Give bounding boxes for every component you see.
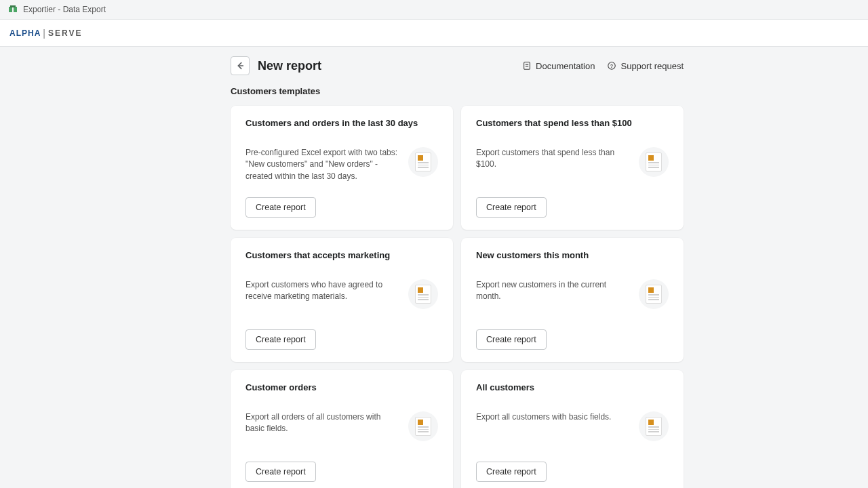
create-report-button[interactable]: Create report xyxy=(245,462,316,482)
document-illustration-icon xyxy=(639,279,669,309)
page-header: New report Documentation ? Support reque… xyxy=(231,56,684,75)
documentation-label: Documentation xyxy=(536,61,595,71)
svg-text:?: ? xyxy=(610,64,613,68)
page-title: New report xyxy=(258,59,321,73)
svg-rect-0 xyxy=(9,7,12,12)
svg-rect-2 xyxy=(10,5,16,7)
create-report-button[interactable]: Create report xyxy=(245,197,316,218)
template-card: Customers that spend less than $100 Expo… xyxy=(461,106,684,230)
brand-bar: ALPHA | SERVE xyxy=(0,20,868,47)
help-icon: ? xyxy=(607,61,616,70)
template-card-desc: Export new customers in the current mont… xyxy=(476,279,631,303)
template-card: New customers this month Export new cust… xyxy=(461,238,684,362)
window-titlebar: Exportier - Data Export xyxy=(0,0,868,20)
document-illustration-icon xyxy=(408,279,438,309)
create-report-button[interactable]: Create report xyxy=(476,197,547,218)
template-card: Customers that accepts marketing Export … xyxy=(231,238,453,362)
template-cards-grid: Customers and orders in the last 30 days… xyxy=(231,106,684,488)
template-card-desc: Export customers that spend less than $1… xyxy=(476,147,631,171)
template-card-title: All customers xyxy=(476,382,669,392)
template-card: Customers and orders in the last 30 days… xyxy=(231,106,453,230)
document-icon xyxy=(522,61,532,70)
document-illustration-icon xyxy=(408,411,438,441)
window-title: Exportier - Data Export xyxy=(23,5,106,14)
arrow-left-icon xyxy=(235,61,245,70)
template-card: All customers Export all customers with … xyxy=(461,370,684,488)
template-card-title: New customers this month xyxy=(476,250,669,260)
back-button[interactable] xyxy=(231,56,250,75)
brand-alpha: ALPHA xyxy=(9,28,41,38)
template-card-title: Customers that spend less than $100 xyxy=(476,118,669,128)
create-report-button[interactable]: Create report xyxy=(476,462,547,482)
document-illustration-icon xyxy=(639,147,669,177)
template-card-title: Customers and orders in the last 30 days xyxy=(245,118,438,128)
documentation-link[interactable]: Documentation xyxy=(522,61,595,71)
create-report-button[interactable]: Create report xyxy=(245,329,316,350)
create-report-button[interactable]: Create report xyxy=(476,329,547,350)
customers-section-title: Customers templates xyxy=(231,86,684,96)
template-card-desc: Export customers who have agreed to rece… xyxy=(245,279,400,303)
app-icon xyxy=(8,5,18,14)
template-card-desc: Export all customers with basic fields. xyxy=(476,411,631,423)
template-card: Customer orders Export all orders of all… xyxy=(231,370,453,488)
support-label: Support request xyxy=(620,61,684,71)
template-card-desc: Export all orders of all customers with … xyxy=(245,411,400,435)
brand-logo: ALPHA | SERVE xyxy=(9,28,82,39)
svg-rect-1 xyxy=(14,7,17,12)
template-card-title: Customers that accepts marketing xyxy=(245,250,438,260)
template-card-title: Customer orders xyxy=(245,382,438,392)
brand-divider: | xyxy=(43,28,46,39)
svg-rect-4 xyxy=(524,62,530,70)
support-link[interactable]: ? Support request xyxy=(607,61,684,71)
template-card-desc: Pre-configured Excel export with two tab… xyxy=(245,147,400,182)
document-illustration-icon xyxy=(408,147,438,177)
brand-serve: SERVE xyxy=(48,28,82,38)
document-illustration-icon xyxy=(639,411,669,441)
